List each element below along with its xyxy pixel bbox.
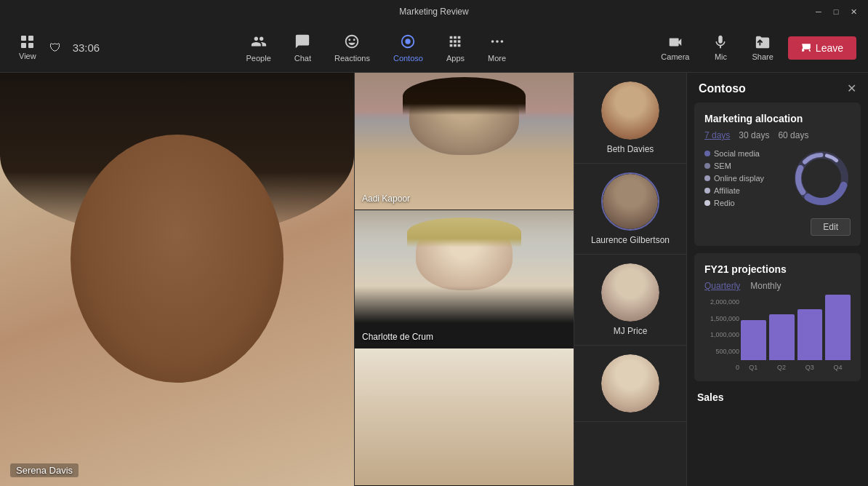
tab-60days[interactable]: 60 days (778, 130, 808, 140)
edit-button-container: Edit (704, 218, 851, 236)
chart-legend: Social media SEM Online display Affiliat… (704, 149, 785, 211)
donut-chart (792, 149, 851, 207)
toolbar-right: Camera Mic Share Leave (652, 30, 856, 65)
more-icon (489, 33, 505, 52)
title-bar: Marketing Review ─ □ ✕ (0, 0, 868, 23)
tab-quarterly[interactable]: Quarterly (704, 281, 740, 291)
thumb-mj: MJ Price (574, 255, 686, 346)
charlotte-label: Charlotte de Crum (362, 332, 433, 342)
mic-button[interactable]: Mic (704, 30, 737, 65)
toolbar-chat[interactable]: Chat (284, 29, 321, 67)
main-speaker-label: Serena Davis (10, 463, 79, 477)
apps-label: Apps (446, 54, 465, 63)
bar-q3-label: Q3 (805, 364, 814, 371)
reactions-label: Reactions (334, 54, 370, 63)
maximize-button[interactable]: □ (830, 6, 842, 17)
bar-q2: Q2 (769, 314, 795, 371)
time-tabs: 7 days 30 days 60 days (704, 130, 851, 140)
bar-q1: Q1 (741, 320, 766, 371)
legend-dot-online (704, 175, 710, 181)
mic-icon (712, 34, 728, 50)
svg-rect-3 (28, 43, 33, 48)
svg-point-7 (496, 40, 499, 43)
contoso-label: Contoso (393, 54, 423, 63)
thumbnail-strip: Beth Davies Laurence Gilbertson MJ Price (574, 73, 686, 486)
window-controls: ─ □ ✕ (813, 6, 859, 17)
contoso-icon (400, 33, 416, 52)
chat-icon (294, 33, 310, 52)
legend-dot-social (704, 151, 710, 156)
camera-icon (667, 34, 683, 50)
edit-button[interactable]: Edit (811, 218, 851, 236)
y-label-1: 1,500,000 (704, 315, 739, 322)
mj-name: MJ Price (614, 326, 648, 336)
leave-label: Leave (816, 42, 843, 54)
video-cell-person4 (355, 348, 574, 486)
sidebar-header: Contoso ✕ (687, 73, 868, 103)
share-button[interactable]: Share (743, 30, 781, 65)
sidebar-panel: Contoso ✕ Marketing allocation 7 days 30… (686, 73, 868, 486)
y-label-2: 1,000,000 (704, 331, 739, 338)
marketing-card: Marketing allocation 7 days 30 days 60 d… (694, 103, 861, 246)
svg-point-8 (500, 40, 503, 43)
legend-dot-redio (704, 200, 710, 206)
laurence-name: Laurence Gilbertson (591, 235, 670, 245)
projections-card: FY21 projections Quarterly Monthly 2,000… (694, 253, 861, 381)
tab-30days[interactable]: 30 days (739, 130, 769, 140)
thumb-person5 (574, 346, 686, 422)
camera-button[interactable]: Camera (652, 30, 698, 65)
y-label-4: 0 (704, 364, 739, 371)
thumb-beth: Beth Davies (574, 73, 686, 164)
people-icon (251, 33, 267, 52)
toolbar-center: People Chat Reactions Contoso (100, 29, 652, 67)
svg-point-6 (491, 40, 494, 43)
mj-avatar (601, 263, 659, 322)
legend-online: Online display (704, 174, 785, 183)
toolbar-left: View 🛡 33:06 (12, 31, 100, 65)
bar-q4: Q4 (825, 295, 851, 371)
leave-button[interactable]: Leave (788, 36, 856, 60)
sales-title: Sales (687, 389, 868, 410)
video-cell-aadi: Aadi Kapoor (355, 73, 574, 210)
beth-avatar (601, 81, 659, 140)
toolbar-contoso[interactable]: Contoso (383, 29, 433, 67)
tab-7days[interactable]: 7 days (704, 130, 730, 140)
svg-rect-1 (28, 36, 33, 41)
title-bar-title: Marketing Review (399, 7, 468, 17)
person5-avatar (601, 354, 659, 413)
bar-chart: 2,000,000 1,500,000 1,000,000 500,000 0 … (704, 298, 851, 371)
legend-label-sem: SEM (714, 162, 731, 170)
legend-dot-affiliate (704, 188, 710, 194)
thumb-laurence: Laurence Gilbertson (574, 164, 686, 255)
donut-svg (792, 149, 851, 207)
toolbar-more[interactable]: More (478, 29, 516, 67)
main-speaker-bg (0, 73, 354, 486)
sidebar-title: Contoso (699, 82, 746, 95)
toolbar-apps[interactable]: Apps (436, 29, 475, 67)
legend-affiliate: Affiliate (704, 186, 785, 195)
reactions-icon (344, 33, 360, 52)
legend-label-social: Social media (714, 149, 760, 158)
projections-tabs: Quarterly Monthly (704, 281, 851, 291)
main-content: Serena Davis Aadi Kapoor Charlotte de Cr… (0, 73, 868, 486)
toolbar-people[interactable]: People (236, 29, 281, 67)
bar-q3: Q3 (797, 309, 823, 371)
view-button[interactable]: View (12, 31, 44, 65)
bar-chart-y-labels: 2,000,000 1,500,000 1,000,000 500,000 0 (704, 298, 739, 371)
minimize-button[interactable]: ─ (813, 6, 824, 17)
svg-rect-0 (21, 36, 26, 41)
legend-label-redio: Redio (714, 199, 735, 207)
bar-q1-fill (741, 320, 766, 360)
y-label-3: 500,000 (704, 348, 739, 355)
close-button[interactable]: ✕ (848, 6, 859, 17)
tab-monthly[interactable]: Monthly (750, 281, 781, 291)
sidebar-close-icon[interactable]: ✕ (847, 81, 856, 95)
camera-label: Camera (661, 52, 689, 61)
laurence-avatar (601, 172, 659, 231)
toolbar: View 🛡 33:06 People Chat Reactions (0, 23, 868, 73)
toolbar-reactions[interactable]: Reactions (324, 29, 380, 67)
legend-label-affiliate: Affiliate (714, 186, 740, 195)
grid-icon (20, 35, 35, 49)
share-label: Share (752, 52, 773, 61)
view-label: View (19, 52, 36, 60)
